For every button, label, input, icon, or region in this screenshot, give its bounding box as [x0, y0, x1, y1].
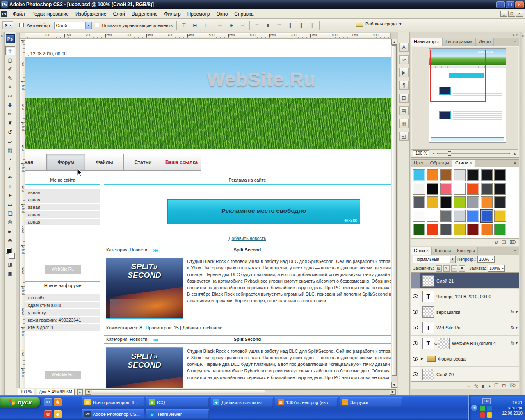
- panel-menu-icon[interactable]: [511, 38, 519, 46]
- style-swatch[interactable]: [467, 210, 479, 222]
- horizontal-ruler[interactable]: 1001502002503003504004505005506006507007…: [19, 33, 391, 39]
- style-swatch[interactable]: [440, 169, 452, 181]
- align-horizontal-centers-icon[interactable]: ⊞: [227, 21, 235, 30]
- tool-preset-picker[interactable]: ➤▾: [2, 21, 13, 29]
- zoom-slider-thumb[interactable]: [448, 151, 451, 156]
- layer-visibility-toggle[interactable]: [411, 320, 420, 335]
- style-swatch[interactable]: [481, 210, 493, 222]
- quick-selection-tool[interactable]: ✎: [5, 73, 15, 82]
- actions-panel-icon[interactable]: ▶: [399, 68, 409, 77]
- style-swatch[interactable]: [467, 183, 479, 195]
- taskbar-button[interactable]: ▤ Всего разговоров: 6...: [82, 397, 144, 407]
- document-restore-button[interactable]: [508, 11, 515, 17]
- align-bottom-edges-icon[interactable]: ⊥: [202, 21, 210, 30]
- blur-tool[interactable]: ◔: [5, 155, 15, 164]
- vertical-ruler[interactable]: 0501001502002503003504004505005506006507…: [19, 39, 25, 388]
- collapse-dock-icon[interactable]: [410, 32, 520, 38]
- autoselect-checkbox[interactable]: [19, 23, 24, 27]
- taskbar-button[interactable]: ☻ Добавить контакты: [211, 397, 273, 407]
- style-swatch[interactable]: [494, 210, 506, 222]
- brushes-panel-icon[interactable]: ✑: [399, 55, 409, 64]
- show-transform-controls-checkbox[interactable]: [95, 23, 99, 27]
- quick-launch-icq-icon[interactable]: ❀: [54, 398, 62, 406]
- style-swatch[interactable]: [494, 224, 506, 235]
- scrollbar-thumb[interactable]: [92, 390, 265, 394]
- layer-visibility-toggle[interactable]: [411, 351, 420, 366]
- panel-tab[interactable]: Инфо: [476, 38, 494, 46]
- menu-item[interactable]: Справка: [231, 10, 257, 18]
- left-dock-collapse-strip[interactable]: [0, 32, 5, 395]
- layer-row[interactable]: Слой 20: [411, 367, 519, 382]
- taskbar-button[interactable]: ◎ TeamViewer: [146, 409, 209, 419]
- panel-tab[interactable]: Каналы: [432, 247, 454, 255]
- navigator-view-box[interactable]: [430, 50, 486, 102]
- hide-tray-icons-button[interactable]: [471, 405, 477, 411]
- document-close-button[interactable]: [516, 11, 523, 17]
- style-swatch[interactable]: [413, 224, 425, 235]
- delete-style-icon[interactable]: ⌦: [509, 240, 516, 245]
- scroll-left-button[interactable]: [86, 389, 91, 395]
- update-tray-icon[interactable]: [487, 412, 492, 418]
- quick-launch-chat-icon[interactable]: ☻: [54, 410, 62, 418]
- lock-all-icon[interactable]: ■: [459, 265, 465, 272]
- gradient-tool[interactable]: ▨: [5, 146, 15, 155]
- layer-row[interactable]: WebSite.Ru: [411, 320, 519, 336]
- style-swatch[interactable]: [454, 196, 466, 208]
- panel-menu-icon[interactable]: [511, 160, 519, 167]
- align-left-edges-icon[interactable]: ⊢: [216, 21, 224, 30]
- menu-item[interactable]: Слой: [110, 10, 128, 18]
- healing-brush-tool[interactable]: ✚: [5, 100, 15, 110]
- autoselect-target-select[interactable]: Слой▼: [54, 22, 92, 29]
- new-group-icon[interactable]: ❐: [494, 383, 498, 388]
- panel-menu-icon[interactable]: [511, 247, 519, 255]
- panel-tab[interactable]: Стили: [452, 160, 475, 167]
- panel-tab[interactable]: Слои: [411, 247, 432, 255]
- style-swatch[interactable]: [467, 169, 479, 181]
- taskbar-button[interactable]: ❀ ICQ: [146, 397, 209, 407]
- screen-mode-button[interactable]: ▣: [5, 269, 15, 277]
- delete-layer-icon[interactable]: ⌦: [509, 383, 516, 388]
- align-right-edges-icon[interactable]: ⊣: [238, 21, 247, 30]
- lock-position-icon[interactable]: ✛: [451, 265, 457, 272]
- document-minimize-button[interactable]: [500, 11, 507, 17]
- layer-mask-icon[interactable]: ◙: [482, 383, 484, 388]
- lock-transparency-icon[interactable]: ▨: [436, 265, 442, 272]
- style-swatch[interactable]: [481, 183, 493, 195]
- quick-launch-messenger-icon[interactable]: ✉: [44, 398, 52, 406]
- hand-tool[interactable]: ☛: [5, 227, 15, 236]
- opacity-field[interactable]: 100%: [477, 256, 495, 262]
- zoom-field[interactable]: 100 %: [18, 389, 34, 395]
- style-swatch[interactable]: [440, 224, 452, 235]
- align-top-edges-icon[interactable]: ⊤: [180, 21, 188, 30]
- brush-tool[interactable]: ✏: [5, 110, 15, 119]
- taskbar-button[interactable]: ▦ 1307screen.png (изо...: [275, 397, 338, 407]
- zoom-slider[interactable]: [437, 153, 510, 154]
- notes-tool[interactable]: ❏: [5, 209, 15, 218]
- minimize-button[interactable]: [496, 1, 505, 8]
- distribute-right-edges-icon[interactable]: ∥: [308, 21, 316, 30]
- zoom-tool[interactable]: ⊕: [5, 236, 15, 245]
- lock-pixels-icon[interactable]: ✎: [443, 265, 450, 272]
- clear-style-icon[interactable]: ⊘: [494, 240, 498, 245]
- vertical-scrollbar[interactable]: [391, 39, 397, 388]
- type-tool[interactable]: T: [5, 182, 15, 191]
- style-swatch[interactable]: [494, 183, 506, 195]
- layer-row[interactable]: Форма входа: [411, 351, 519, 367]
- teamviewer-tray-icon[interactable]: [487, 406, 492, 411]
- style-swatch[interactable]: [413, 169, 425, 181]
- layer-effects-badge[interactable]: [511, 341, 517, 345]
- panel-tab[interactable]: Гистограмма: [443, 38, 476, 46]
- eraser-tool[interactable]: ▱: [5, 137, 15, 146]
- align-vertical-centers-icon[interactable]: ⊟: [191, 21, 199, 30]
- menu-item[interactable]: Просмотр: [184, 10, 213, 18]
- style-swatch[interactable]: [454, 183, 466, 195]
- layer-visibility-toggle[interactable]: [411, 273, 420, 288]
- layer-row[interactable]: Четверг, 12.08.2010, 00:00: [411, 289, 519, 304]
- style-swatch[interactable]: [481, 169, 493, 181]
- fill-field[interactable]: 100%: [488, 265, 505, 272]
- paragraph-panel-icon[interactable]: ¶: [399, 81, 409, 90]
- quick-mask-button[interactable]: ◨: [5, 260, 15, 268]
- style-swatch[interactable]: [440, 196, 452, 208]
- distribute-vertical-centers-icon[interactable]: ≡: [264, 21, 272, 30]
- lasso-tool[interactable]: ✐: [5, 64, 15, 73]
